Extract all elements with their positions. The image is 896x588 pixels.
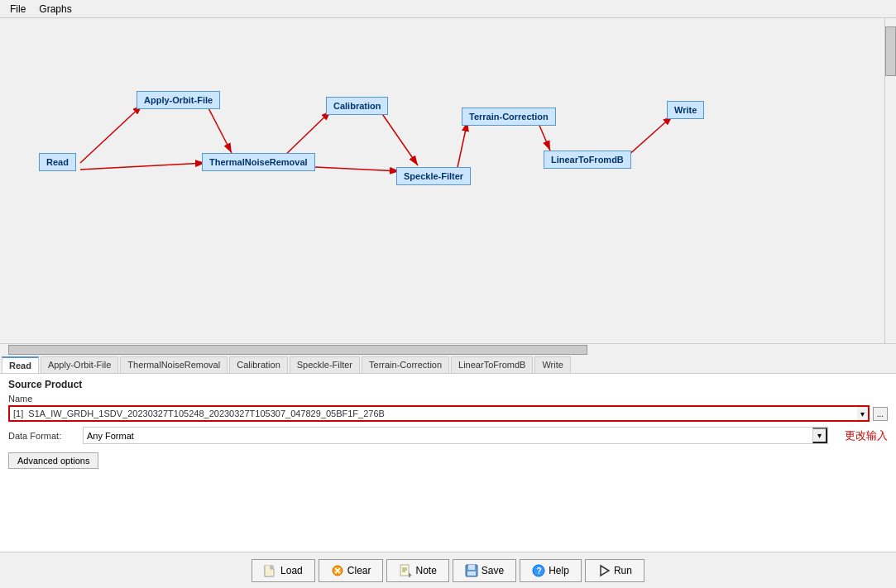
tab-calibration[interactable]: Calibration <box>229 356 288 373</box>
format-row: Data Format: ▾ 更改输入 <box>8 427 888 444</box>
section-title: Source Product <box>8 379 888 390</box>
node-calibration[interactable]: Calibration <box>326 97 388 115</box>
h-scroll-thumb[interactable] <box>8 345 587 355</box>
params-panel: Source Product Name ▾ ... Data Format: ▾… <box>0 374 896 552</box>
help-label: Help <box>549 565 569 576</box>
name-input[interactable] <box>10 407 857 420</box>
horizontal-scrollbar[interactable] <box>0 343 896 355</box>
note-label: Note <box>415 565 436 576</box>
svg-rect-22 <box>467 571 476 576</box>
save-label: Save <box>482 565 504 576</box>
bottom-toolbar: Load Clear Note <box>0 552 896 588</box>
svg-line-8 <box>538 122 550 151</box>
name-label: Name <box>8 394 888 404</box>
node-terrain-correction[interactable]: Terrain-Correction <box>462 108 556 126</box>
svg-marker-25 <box>601 566 609 576</box>
node-speckle-filter[interactable]: Speckle-Filter <box>396 167 471 185</box>
node-thermal-noise-removal[interactable]: ThermalNoiseRemoval <box>202 153 315 171</box>
tab-read[interactable]: Read <box>2 356 39 373</box>
graph-outer: Read Apply-Orbit-File ThermalNoiseRemova… <box>0 18 896 343</box>
tab-apply-orbit-file[interactable]: Apply-Orbit-File <box>41 356 118 373</box>
node-read[interactable]: Read <box>39 153 76 171</box>
svg-line-4 <box>281 111 331 159</box>
load-icon <box>264 564 277 577</box>
menu-file[interactable]: File <box>3 2 32 17</box>
tab-write[interactable]: Write <box>534 356 570 373</box>
save-icon <box>465 564 478 577</box>
graph-canvas[interactable]: Read Apply-Orbit-File ThermalNoiseRemova… <box>0 18 896 343</box>
vertical-scrollbar[interactable] <box>884 18 896 343</box>
node-linear-to-fromdB[interactable]: LinearToFromdB <box>544 151 631 169</box>
tab-linear-to-fromdB[interactable]: LinearToFromdB <box>451 356 533 373</box>
chinese-annotation: 更改输入 <box>845 428 888 443</box>
format-label: Data Format: <box>8 431 83 441</box>
clear-button[interactable]: Clear <box>319 559 384 582</box>
menu-bar: File Graphs <box>0 0 896 18</box>
name-dropdown-btn[interactable]: ▾ <box>857 407 868 420</box>
name-input-wrapper: ▾ <box>8 405 870 422</box>
browse-button[interactable]: ... <box>873 407 888 421</box>
tab-speckle-filter[interactable]: Speckle-Filter <box>290 356 360 373</box>
tabs-bar: Read Apply-Orbit-File ThermalNoiseRemova… <box>0 355 896 374</box>
menu-graphs[interactable]: Graphs <box>32 2 78 17</box>
format-select-wrapper: ▾ <box>83 427 828 444</box>
svg-line-1 <box>80 105 142 163</box>
run-button[interactable]: Run <box>585 559 644 582</box>
note-icon <box>399 564 412 577</box>
main-area: Read Apply-Orbit-File ThermalNoiseRemova… <box>0 18 896 588</box>
tab-terrain-correction[interactable]: Terrain-Correction <box>362 356 449 373</box>
svg-marker-19 <box>409 572 412 577</box>
node-apply-orbit-file[interactable]: Apply-Orbit-File <box>137 91 220 109</box>
svg-line-9 <box>626 116 673 157</box>
node-write[interactable]: Write <box>667 101 704 119</box>
load-label: Load <box>280 565 303 576</box>
svg-line-6 <box>379 109 418 165</box>
run-icon <box>597 564 611 577</box>
format-dropdown-btn[interactable]: ▾ <box>812 428 827 443</box>
clear-label: Clear <box>347 565 371 576</box>
help-icon: ? <box>532 564 545 577</box>
svg-line-2 <box>80 163 205 170</box>
load-button[interactable]: Load <box>252 559 315 582</box>
name-row: ▾ ... <box>8 405 888 422</box>
tab-thermal-noise-removal[interactable]: ThermalNoiseRemoval <box>120 356 228 373</box>
save-button[interactable]: Save <box>453 559 516 582</box>
format-select[interactable] <box>84 429 812 442</box>
svg-rect-21 <box>468 565 475 570</box>
svg-text:?: ? <box>537 566 542 576</box>
svg-line-3 <box>207 105 232 153</box>
svg-line-7 <box>457 122 467 171</box>
run-label: Run <box>614 565 632 576</box>
note-button[interactable]: Note <box>386 559 448 582</box>
advanced-options-button[interactable]: Advanced options <box>8 452 98 469</box>
help-button[interactable]: ? Help <box>520 559 582 582</box>
clear-icon <box>331 564 344 577</box>
v-scroll-thumb[interactable] <box>885 26 896 76</box>
